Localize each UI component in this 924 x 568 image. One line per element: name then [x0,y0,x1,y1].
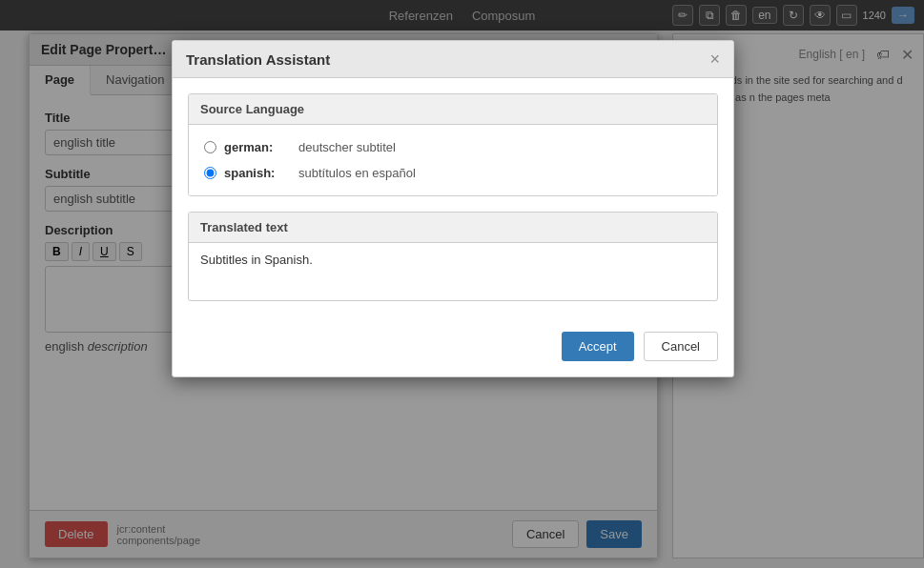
source-language-section: Source Language german: deutscher subtit… [188,93,718,196]
translation-dialog-footer: Accept Cancel [173,332,733,361]
translation-dialog-header: Translation Assistant × [173,41,733,78]
accept-button[interactable]: Accept [562,332,634,361]
source-language-header: Source Language [189,94,717,125]
german-label[interactable]: german: [224,140,291,154]
spanish-option-row: spanish: subtítulos en español [200,160,706,186]
translation-dialog: Translation Assistant × Source Language … [172,40,734,377]
translated-text-content: Subtitles in Spanish. [189,243,717,300]
german-radio[interactable] [204,141,216,153]
translation-dialog-title: Translation Assistant [186,51,330,68]
spanish-radio[interactable] [204,167,216,179]
source-language-options: german: deutscher subtitel spanish: subt… [189,125,717,195]
translated-text-section: Translated text Subtitles in Spanish. [188,212,718,301]
translated-text-header: Translated text [189,213,717,243]
translation-close-icon[interactable]: × [709,51,720,68]
translation-cancel-button[interactable]: Cancel [644,332,718,361]
spanish-value: subtítulos en español [298,166,416,180]
german-option-row: german: deutscher subtitel [200,134,706,160]
german-value: deutscher subtitel [298,140,396,154]
translation-dialog-body: Source Language german: deutscher subtit… [173,78,733,332]
spanish-label[interactable]: spanish: [224,166,291,180]
